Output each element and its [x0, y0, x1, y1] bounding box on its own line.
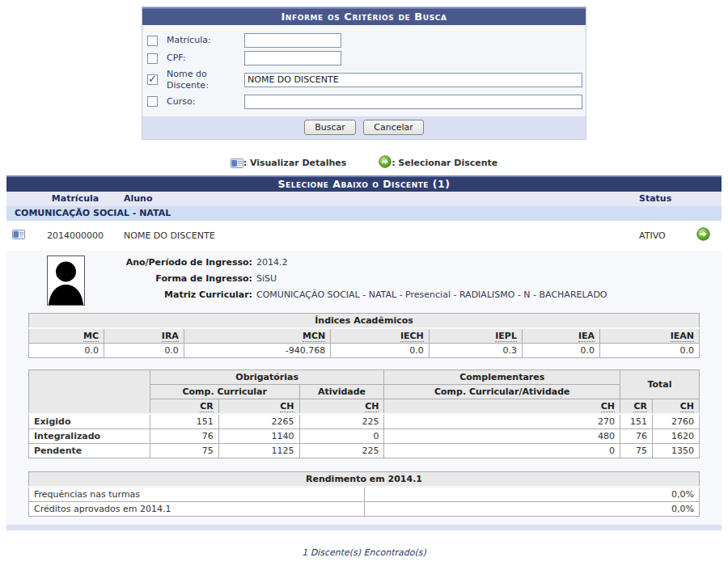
index-mcn-value: -940.768	[184, 343, 330, 357]
legend-select-student: : Selecionar Discente	[379, 158, 497, 168]
green-arrow-circle-icon	[379, 158, 392, 168]
index-mc-value: 0.0	[29, 343, 104, 357]
column-aluno: Aluno	[120, 193, 624, 204]
matricula-input[interactable]	[244, 33, 341, 48]
view-details-icon[interactable]	[6, 230, 31, 242]
ingresso-form-label: Forma de Ingresso:	[93, 273, 252, 284]
indices-values-row: 0.0 0.0 -940.768 0.0 0.3 0.0 0.0	[29, 343, 700, 357]
matricula-label: Matrícula:	[167, 35, 244, 46]
student-name: NOME DO DISCENTE	[120, 230, 624, 241]
indices-title: Índices Acadêmicos	[29, 313, 700, 328]
pendente-cr-total: 75	[620, 443, 653, 458]
nome-discente-checkbox[interactable]	[147, 74, 158, 85]
pendente-ch-atividade: 225	[299, 443, 384, 458]
exigido-cr-total: 151	[620, 414, 653, 429]
creditos-aprovados-row: Créditos aprovados em 2014.1 0,0%	[29, 501, 700, 516]
exigido-label: Exigido	[29, 414, 150, 429]
buscar-button[interactable]: Buscar	[304, 120, 356, 135]
index-iech-value: 0.0	[331, 343, 430, 357]
integralizado-cr-total: 76	[620, 429, 653, 443]
result-count: 1 Discente(s) Encontrado(s)	[0, 547, 728, 558]
integralizado-cr-obrig: 76	[150, 429, 218, 443]
exigido-row: Exigido 151 2265 225 270 151 2760	[29, 414, 700, 429]
nome-discente-row: Nome do Discente:	[147, 69, 582, 91]
integralizado-ch-total: 1620	[652, 429, 699, 443]
indices-header-row: MC IRA MCN IECH IEPL IEA IEAN	[29, 328, 700, 344]
integralizado-ch-atividade: 0	[299, 429, 384, 443]
total-header: Total	[620, 369, 700, 399]
credits-group-header-row: Obrigatórias Complementares Total	[29, 369, 700, 384]
icons-legend: : Visualizar Detalhes : Selecionar Disce…	[0, 155, 728, 168]
integralizado-row: Integralizado 76 1140 0 480 76 1620	[29, 429, 700, 443]
index-ira-header: IRA	[104, 328, 184, 344]
cpf-checkbox[interactable]	[147, 53, 158, 64]
legend-select-student-label: : Selecionar Discente	[392, 158, 497, 168]
cr-header: CR	[620, 399, 653, 414]
ch-header: CH	[384, 399, 620, 414]
student-detail-section: Ano/Período de Ingresso:2014.2 Forma de …	[6, 251, 722, 306]
index-iepl-value: 0.3	[429, 343, 522, 357]
curso-input[interactable]	[244, 95, 582, 109]
search-criteria-form: Informe os Critérios de Busca Matrícula:…	[142, 6, 586, 140]
integralizado-ch-complementar: 480	[384, 429, 620, 443]
matriz-curricular-line: Matriz Curricular:COMUNICAÇÃO SOCIAL - N…	[93, 289, 607, 300]
frequencias-label: Frequências nas turmas	[29, 487, 365, 502]
student-photo	[47, 255, 85, 306]
atividade-header: Atividade	[299, 384, 384, 399]
matricula-checkbox[interactable]	[147, 36, 158, 46]
legend-view-details-label: : Visualizar Detalhes	[243, 158, 347, 168]
index-iea-header: IEA	[522, 328, 599, 344]
column-status: Status	[624, 193, 685, 204]
frequencias-value: 0,0%	[364, 487, 699, 502]
ingresso-form-value: SiSU	[256, 273, 277, 284]
course-group-header: COMUNICAÇÃO SOCIAL - NATAL	[6, 206, 722, 221]
ingresso-period-value: 2014.2	[256, 257, 288, 268]
index-iea-value: 0.0	[522, 343, 599, 357]
pendente-cr-obrig: 75	[150, 443, 218, 458]
select-student-icon[interactable]	[685, 227, 722, 243]
academic-indices-table: Índices Acadêmicos MC IRA MCN IECH IEPL …	[28, 313, 700, 358]
search-form-footer: Buscar Cancelar	[142, 116, 586, 139]
exigido-ch-obrig: 2265	[218, 414, 299, 429]
legend-view-details: : Visualizar Detalhes	[231, 158, 349, 168]
ch-header: CH	[218, 399, 299, 414]
pendente-ch-total: 1350	[652, 443, 699, 458]
performance-title: Rendimento em 2014.1	[29, 471, 700, 487]
ch-header: CH	[652, 399, 699, 414]
obrigatorias-header: Obrigatórias	[150, 369, 384, 384]
exigido-ch-complementar: 270	[384, 414, 620, 429]
credit-hours-table: Obrigatórias Complementares Total Comp. …	[28, 369, 700, 458]
curso-label: Curso:	[167, 96, 244, 108]
cpf-label: CPF:	[167, 53, 244, 64]
integralizado-ch-obrig: 1140	[218, 429, 299, 443]
results-panel: Selecione Abaixo o Discente (1) Matrícul…	[6, 175, 722, 530]
student-status-badge: ATIVO	[624, 230, 685, 241]
pendente-label: Pendente	[29, 443, 150, 458]
exigido-ch-atividade: 225	[299, 414, 384, 429]
index-iean-header: IEAN	[600, 328, 700, 344]
results-title: Selecione Abaixo o Discente (1)	[6, 175, 722, 192]
cpf-input[interactable]	[244, 51, 341, 65]
nome-discente-label: Nome do Discente:	[167, 69, 244, 91]
comp-curricular-header: Comp. Curricular	[150, 384, 299, 399]
matricula-row: Matrícula:	[147, 33, 582, 48]
curso-row: Curso:	[147, 95, 582, 109]
panel-bottom-strip	[6, 525, 722, 530]
index-iech-header: IECH	[331, 328, 430, 344]
results-column-header: Matrícula Aluno Status	[6, 192, 722, 206]
integralizado-label: Integralizado	[29, 429, 150, 443]
cancelar-button[interactable]: Cancelar	[363, 120, 424, 135]
pendente-row: Pendente 75 1125 225 0 75 1350	[29, 443, 700, 458]
index-ira-value: 0.0	[104, 343, 184, 357]
exigido-cr-obrig: 151	[150, 414, 218, 429]
index-mcn-header: MCN	[184, 328, 330, 344]
pendente-ch-obrig: 1125	[218, 443, 299, 458]
index-mc-header: MC	[29, 328, 104, 344]
nome-discente-input[interactable]	[244, 73, 582, 87]
comp-curricular-atividade-header: Comp. Curricular/Atividade	[384, 384, 620, 399]
search-form-body: Matrícula: CPF: Nome do Discente: Curso:	[142, 25, 586, 116]
vcard-icon	[231, 158, 243, 168]
curso-checkbox[interactable]	[147, 96, 158, 107]
matriz-curricular-label: Matriz Curricular:	[93, 289, 252, 300]
ingresso-period-line: Ano/Período de Ingresso:2014.2	[93, 257, 607, 268]
